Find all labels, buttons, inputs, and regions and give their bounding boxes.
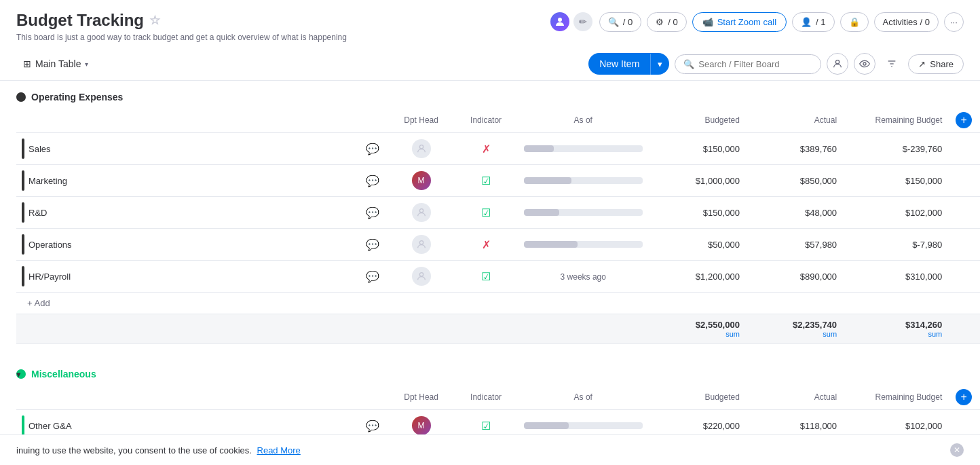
zoom-call-button[interactable]: 📹 Start Zoom call bbox=[692, 12, 787, 32]
eye-icon[interactable] bbox=[854, 53, 875, 75]
person-icon bbox=[412, 139, 431, 158]
add-row[interactable]: + Add bbox=[16, 293, 980, 314]
table-row: HR/Payroll💬☑3 weeks ago$1,200,000$890,00… bbox=[16, 261, 980, 293]
search-input[interactable] bbox=[698, 59, 812, 69]
actual-cell: $890,000 bbox=[745, 261, 842, 293]
misc-add-column-button[interactable]: + bbox=[956, 389, 972, 405]
misc-col-header-dpthead: Dpt Head bbox=[389, 385, 453, 410]
budgeted-cell: $150,000 bbox=[648, 197, 745, 229]
svg-point-8 bbox=[419, 241, 423, 244]
svg-point-6 bbox=[419, 145, 423, 149]
check-icon: ☑ bbox=[481, 420, 491, 432]
cookie-bar: inuing to use the website, you consent t… bbox=[0, 434, 980, 465]
add-row-label[interactable]: + Add bbox=[22, 294, 56, 312]
new-item-arrow-icon[interactable]: ▾ bbox=[650, 54, 669, 75]
main-table-button[interactable]: ⊞ Main Table ▾ bbox=[16, 54, 95, 73]
comment-icon[interactable]: 💬 bbox=[366, 175, 379, 187]
row-name-text: R&D bbox=[29, 208, 47, 218]
dpt-head-cell[interactable] bbox=[389, 261, 453, 293]
activities-button[interactable]: Activities / 0 bbox=[874, 12, 939, 32]
edit-avatar-icon[interactable]: ✏ bbox=[572, 11, 594, 33]
dpt-head-cell[interactable] bbox=[389, 133, 453, 165]
filter-icon[interactable] bbox=[881, 53, 903, 75]
progress-bar-fill bbox=[524, 209, 559, 216]
row-add-cell bbox=[947, 229, 980, 261]
comment-cell[interactable]: 💬 bbox=[356, 165, 389, 197]
miscellaneous-header: ▾ Miscellaneous bbox=[16, 358, 980, 385]
new-item-button[interactable]: New Item ▾ bbox=[588, 53, 669, 75]
comment-cell[interactable]: 💬 bbox=[356, 197, 389, 229]
as-of-cell bbox=[519, 229, 648, 261]
col-header-comment bbox=[356, 108, 389, 133]
comment-icon[interactable]: 💬 bbox=[366, 143, 379, 155]
svg-point-2 bbox=[863, 62, 866, 65]
cookie-close-button[interactable]: ✕ bbox=[950, 443, 964, 457]
as-of-text: 3 weeks ago bbox=[561, 272, 606, 282]
lock-icon-btn[interactable]: 🔒 bbox=[840, 12, 869, 32]
comment-cell[interactable]: 💬 bbox=[356, 229, 389, 261]
col-header-name bbox=[16, 108, 356, 133]
group-collapse-dot[interactable]: ▾ bbox=[16, 92, 26, 102]
progress-bar-wrapper bbox=[524, 177, 643, 184]
comment-cell[interactable]: 💬 bbox=[356, 133, 389, 165]
integrations-button[interactable]: ⚙ / 0 bbox=[647, 12, 686, 32]
table-row: R&D💬☑$150,000$48,000$102,000 bbox=[16, 197, 980, 229]
budgeted-cell: $1,000,000 bbox=[648, 165, 745, 197]
search-icon: 🔍 bbox=[683, 59, 694, 69]
people-button[interactable]: 👤 / 1 bbox=[792, 12, 834, 32]
share-icon: ↗ bbox=[918, 59, 926, 69]
comment-icon[interactable]: 💬 bbox=[366, 239, 379, 250]
indicator-cell[interactable]: ✗ bbox=[453, 133, 518, 165]
progress-bar-wrapper bbox=[524, 241, 643, 248]
row-bar bbox=[22, 415, 24, 436]
row-name-text: Operations bbox=[29, 240, 72, 250]
col-header-add: + bbox=[947, 108, 980, 133]
dpt-head-cell[interactable] bbox=[389, 197, 453, 229]
row-name-text: HR/Payroll bbox=[29, 272, 71, 282]
check-icon: ☑ bbox=[481, 175, 491, 187]
operating-actual-sum: $2,235,740 sum bbox=[745, 314, 842, 344]
row-add-cell bbox=[947, 261, 980, 293]
cross-icon: ✗ bbox=[482, 239, 491, 250]
as-of-cell bbox=[519, 197, 648, 229]
header: Budget Tracking ☆ This board is just a g… bbox=[0, 0, 980, 48]
share-button[interactable]: ↗ Share bbox=[908, 54, 964, 74]
col-header-asof: As of bbox=[519, 108, 648, 133]
row-bar bbox=[22, 170, 24, 191]
person-filter-icon[interactable] bbox=[827, 53, 848, 75]
integrations-icon: ⚙ bbox=[656, 17, 664, 27]
comment-icon[interactable]: 💬 bbox=[366, 271, 379, 282]
row-name-cell: Sales bbox=[16, 133, 356, 165]
cookie-read-more-link[interactable]: Read More bbox=[257, 445, 301, 455]
misc-table-header: Dpt Head Indicator As of Budgeted Actual… bbox=[16, 385, 980, 410]
comment-cell[interactable]: 💬 bbox=[356, 261, 389, 293]
summary-spacer bbox=[16, 314, 648, 344]
indicator-cell[interactable]: ☑ bbox=[453, 165, 518, 197]
operating-budgeted-sum: $2,550,000 sum bbox=[648, 314, 745, 344]
misc-group-dot[interactable]: ▾ bbox=[16, 369, 26, 379]
new-item-label[interactable]: New Item bbox=[588, 53, 650, 75]
add-row-cell[interactable]: + Add bbox=[16, 293, 980, 314]
indicator-cell[interactable]: ✗ bbox=[453, 229, 518, 261]
indicator-cell[interactable]: ☑ bbox=[453, 261, 518, 293]
more-options-button[interactable]: ··· bbox=[944, 12, 964, 32]
svg-point-7 bbox=[419, 209, 423, 212]
star-icon[interactable]: ☆ bbox=[149, 13, 160, 28]
dpt-head-cell[interactable] bbox=[389, 229, 453, 261]
progress-bar-fill bbox=[524, 422, 569, 429]
col-header-actual: Actual bbox=[745, 108, 842, 133]
search-filter-box[interactable]: 🔍 bbox=[675, 54, 821, 74]
as-of-cell bbox=[519, 133, 648, 165]
dpt-head-cell[interactable]: M bbox=[389, 165, 453, 197]
comment-icon[interactable]: 💬 bbox=[366, 207, 379, 219]
remaining-cell: $310,000 bbox=[842, 261, 947, 293]
miscellaneous-title: Miscellaneous bbox=[31, 369, 96, 379]
budgeted-cell: $1,200,000 bbox=[648, 261, 745, 293]
comment-icon[interactable]: 💬 bbox=[366, 420, 379, 432]
reactions-button[interactable]: 🔍 / 0 bbox=[599, 12, 641, 32]
add-column-button[interactable]: + bbox=[956, 112, 972, 128]
toolbar-right: New Item ▾ 🔍 ↗ Share bbox=[588, 53, 964, 75]
indicator-cell[interactable]: ☑ bbox=[453, 197, 518, 229]
zoom-icon: 📹 bbox=[702, 17, 713, 27]
misc-col-header-indicator: Indicator bbox=[453, 385, 518, 410]
